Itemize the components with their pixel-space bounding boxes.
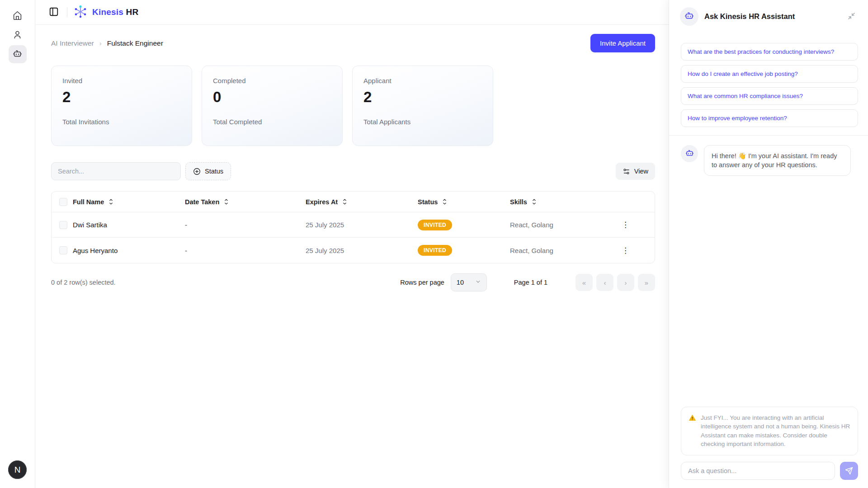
status-badge: INVITED [418,220,452,230]
brand-name-secondary: HR [126,7,138,17]
dev-indicator-badge[interactable]: N [8,460,27,479]
column-header-full-name: Full Name [73,198,104,206]
assistant-panel: Ask Kinesis HR Assistant What are the be… [669,0,868,488]
status-badge: INVITED [418,245,452,256]
message-avatar [681,145,698,162]
question-input-row [681,462,858,480]
send-button[interactable] [840,462,858,480]
suggested-questions: What are the best practices for conducti… [669,32,868,127]
minimize-icon [848,12,855,21]
warning-icon [689,414,696,449]
sort-icon-full-name[interactable] [108,198,114,205]
sort-icon-expires-at[interactable] [342,198,348,205]
assistant-message-row: Hi there! 👋 I'm your AI assistant. I'm r… [669,136,868,176]
applicants-table: Full Name Date Taken Expires At Status [51,191,655,263]
assistant-title: Ask Kinesis HR Assistant [704,12,795,21]
plus-circle-icon [193,168,201,175]
search-input[interactable] [51,162,181,180]
previous-page-button[interactable]: ‹ [596,274,613,291]
sidebar-item-ai-interviewer[interactable] [9,45,27,63]
page-indicator: Page 1 of 1 [514,279,547,286]
row-menu-button[interactable]: ⋮ [618,245,633,256]
sidebar-toggle-button[interactable] [47,5,61,20]
suggested-question-chip[interactable]: What are the best practices for conducti… [681,43,858,61]
last-page-button[interactable]: » [638,274,655,291]
kinesis-logo-icon [74,5,87,20]
select-all-checkbox[interactable] [59,198,67,206]
view-options-label: View [634,168,648,175]
cell-expires-at: 25 July 2025 [306,221,418,229]
table-header-row: Full Name Date Taken Expires At Status [52,192,655,212]
question-input[interactable] [681,462,835,480]
brand-name: Kinesis HR [92,7,138,17]
icon-sidebar: N [0,0,35,488]
rows-per-page-value: 10 [457,279,464,286]
selection-count-text: 0 of 2 row(s) selected. [51,279,116,286]
first-page-button[interactable]: « [576,274,593,291]
cell-full-name: Agus Heryanto [73,247,185,254]
collapse-panel-button[interactable] [846,10,857,23]
breadcrumb-parent-link[interactable]: AI Interviewer [51,39,94,47]
ai-disclaimer: Just FYI... You are interacting with an … [681,407,858,455]
assistant-footer: Just FYI... You are interacting with an … [669,407,868,488]
stat-value: 0 [213,89,331,106]
table-row: Dwi Sartika - 25 July 2025 INVITED React… [52,212,655,238]
sort-icon-skills[interactable] [531,198,537,205]
rows-per-page-select[interactable]: 10 [451,273,487,291]
row-menu-button[interactable]: ⋮ [618,219,633,230]
suggested-question-chip[interactable]: What are common HR compliance issues? [681,87,858,105]
stat-label: Applicant [363,77,482,84]
rows-per-page-label: Rows per page [400,279,444,286]
ai-disclaimer-text: Just FYI... You are interacting with an … [701,413,850,449]
status-filter-button[interactable]: Status [185,162,231,180]
status-filter-label: Status [205,168,223,175]
stat-card-completed: Completed 0 Total Completed [202,66,343,146]
next-page-button[interactable]: › [617,274,634,291]
home-icon [13,11,22,22]
cell-skills: React, Golang [510,221,618,229]
sliders-icon [623,168,630,175]
bot-icon [684,11,694,22]
topbar: Kinesis HR [35,0,669,25]
topbar-divider [67,7,67,17]
stat-value: 2 [62,89,181,106]
cell-date-taken: - [185,247,306,254]
sort-icon-date-taken[interactable] [223,198,229,205]
stat-card-invited: Invited 2 Total Invitations [51,66,192,146]
assistant-message-bubble: Hi there! 👋 I'm your AI assistant. I'm r… [704,145,851,176]
stat-value: 2 [363,89,482,106]
send-icon [845,467,853,475]
invite-applicant-button[interactable]: Invite Applicant [590,34,655,52]
page-header-row: AI Interviewer › Fulstack Engineer Invit… [51,34,655,52]
stat-label: Completed [213,77,331,84]
bot-icon [13,49,22,60]
panel-left-icon [49,7,59,18]
suggested-question-chip[interactable]: How to improve employee retention? [681,109,858,127]
pager-buttons: « ‹ › » [576,274,655,291]
assistant-header: Ask Kinesis HR Assistant [669,0,868,32]
column-header-skills: Skills [510,198,527,206]
app-root: N [0,0,868,488]
column-header-expires-at: Expires At [306,198,338,206]
brand-name-primary: Kinesis [92,7,123,17]
brand[interactable]: Kinesis HR [74,5,138,20]
bot-icon [685,149,694,159]
pagination-controls: Rows per page 10 Page 1 of 1 « ‹ › » [400,273,655,291]
stat-sublabel: Total Invitations [62,118,181,126]
row-checkbox[interactable] [59,221,67,229]
row-checkbox[interactable] [59,246,67,254]
table-row: Agus Heryanto - 25 July 2025 INVITED Rea… [52,238,655,263]
sidebar-item-home[interactable] [9,7,27,25]
sidebar-item-users[interactable] [9,26,27,44]
cell-expires-at: 25 July 2025 [306,247,418,254]
stat-label: Invited [62,77,181,84]
table-toolbar: Status View [51,162,655,180]
sort-icon-status[interactable] [442,198,448,205]
page-content: AI Interviewer › Fulstack Engineer Invit… [35,25,669,305]
stat-sublabel: Total Completed [213,118,331,126]
breadcrumb-current: Fulstack Engineer [107,39,163,47]
main-area: Kinesis HR AI Interviewer › Fulstack Eng… [35,0,669,488]
view-options-button[interactable]: View [616,163,655,180]
suggested-question-chip[interactable]: How do I create an effective job posting… [681,65,858,83]
cell-skills: React, Golang [510,247,618,254]
